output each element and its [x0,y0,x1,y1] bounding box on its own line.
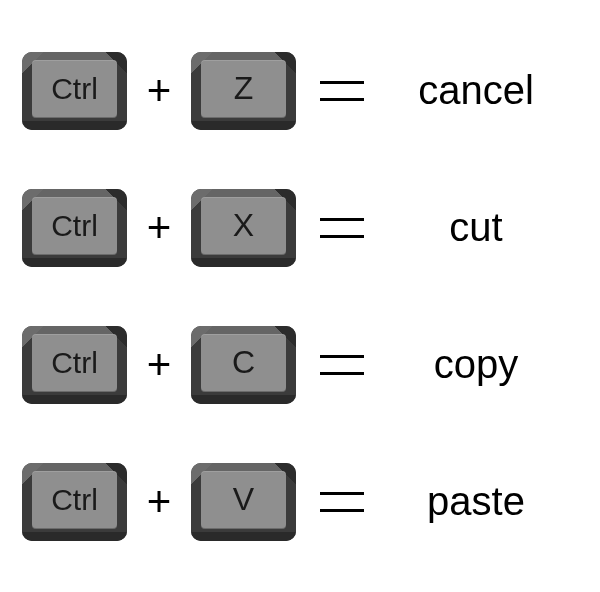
plus-icon: + [133,341,185,389]
letter-key-label: Z [234,70,254,107]
shortcut-row: Ctrl + Z cancel [22,22,578,159]
action-label: cancel [382,68,578,113]
plus-icon: + [133,67,185,115]
letter-key: C [191,326,296,404]
plus-icon: + [133,204,185,252]
modifier-key-label: Ctrl [51,346,98,380]
modifier-key: Ctrl [22,189,127,267]
letter-key: Z [191,52,296,130]
modifier-key: Ctrl [22,52,127,130]
action-label: paste [382,479,578,524]
shortcut-row: Ctrl + V paste [22,433,578,570]
equals-icon [320,355,364,375]
equals-icon [320,492,364,512]
letter-key-label: X [233,207,254,244]
equals-icon [320,81,364,101]
plus-icon: + [133,478,185,526]
shortcut-row: Ctrl + X cut [22,159,578,296]
letter-key-label: V [233,481,254,518]
shortcut-diagram: Ctrl + Z cancel Ctrl + X cut Ctrl + C co… [0,0,600,592]
shortcut-row: Ctrl + C copy [22,296,578,433]
modifier-key: Ctrl [22,463,127,541]
modifier-key-label: Ctrl [51,483,98,517]
letter-key: X [191,189,296,267]
action-label: copy [382,342,578,387]
action-label: cut [382,205,578,250]
modifier-key-label: Ctrl [51,209,98,243]
letter-key: V [191,463,296,541]
equals-icon [320,218,364,238]
modifier-key: Ctrl [22,326,127,404]
modifier-key-label: Ctrl [51,72,98,106]
letter-key-label: C [232,344,255,381]
